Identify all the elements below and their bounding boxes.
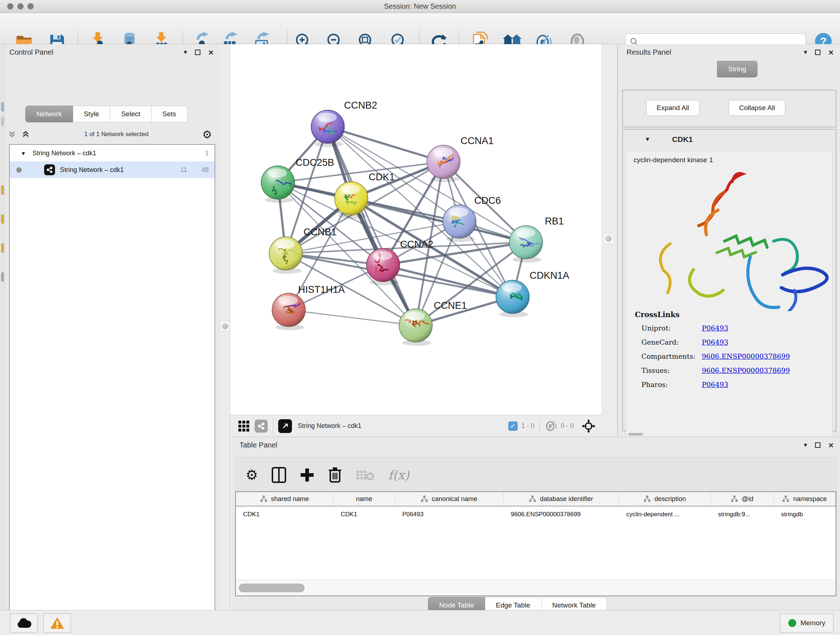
control-panel: Control Panel ▾ × NetworkStyleSelectSets… <box>0 44 220 610</box>
open-in-new-window-icon[interactable] <box>278 419 292 433</box>
gene-name: CDK1 <box>672 135 693 144</box>
node-label: CCNA2 <box>400 239 433 250</box>
add-column-icon[interactable] <box>300 468 314 482</box>
cloud-button[interactable] <box>10 614 38 632</box>
column-header-description[interactable]: description <box>619 492 711 506</box>
network-edge[interactable] <box>289 310 416 325</box>
delete-column-icon[interactable] <box>328 467 342 483</box>
memory-button[interactable]: Memory <box>780 614 834 632</box>
left-splitter[interactable] <box>220 44 230 610</box>
panel-float-icon[interactable] <box>815 442 821 448</box>
crosslink-label: Tissues: <box>635 366 702 374</box>
tab-sets[interactable]: Sets <box>152 106 187 122</box>
table-cell[interactable]: stringdb <box>774 511 836 518</box>
panel-float-icon[interactable] <box>815 50 821 55</box>
panel-menu-icon[interactable]: ▾ <box>184 48 187 56</box>
tab-style[interactable]: Style <box>73 106 111 122</box>
crosslink-link[interactable]: 9606.ENSP00000378699 <box>702 366 790 374</box>
panel-close-icon[interactable]: × <box>829 442 834 448</box>
network-share-icon[interactable] <box>255 420 268 432</box>
network-canvas[interactable]: CCNB2CCNA1CDC25BCDK1CDC6RB1CCNB1CCNA2CDK… <box>230 44 601 415</box>
table-cell[interactable]: P06493 <box>395 511 504 518</box>
table-settings-gear-icon[interactable]: ⚙ <box>246 467 258 483</box>
collection-label: String Network – cdk1 <box>33 149 96 157</box>
function-builder-icon[interactable]: f(x) <box>388 468 409 482</box>
table-cell[interactable]: CDK1 <box>333 511 395 518</box>
network-node-CCNA1[interactable]: CCNA1 <box>427 135 494 182</box>
collapse-all-button[interactable]: Collapse All <box>729 100 785 116</box>
column-header-name[interactable]: name <box>333 492 395 506</box>
panel-close-icon[interactable]: × <box>829 50 834 55</box>
network-node-HIST1H1A[interactable]: HIST1H1A <box>272 284 345 330</box>
column-header-namespace[interactable]: namespace <box>774 492 836 506</box>
show-columns-icon[interactable] <box>272 467 286 483</box>
network-edge[interactable] <box>328 127 416 325</box>
table-cell[interactable]: cyclin-dependent ... <box>619 511 711 518</box>
panel-close-icon[interactable]: × <box>208 50 213 55</box>
pan-crosshair-icon[interactable] <box>582 419 595 433</box>
edge-strip-mark <box>1 214 4 224</box>
tab-string[interactable]: String <box>717 61 758 78</box>
panel-menu-icon[interactable]: ▾ <box>804 441 807 449</box>
column-header-shared-name[interactable]: shared name <box>236 492 333 506</box>
window-edge-strip <box>0 44 5 610</box>
crosslink-link[interactable]: P06493 <box>702 324 728 332</box>
collection-expand-icon[interactable]: ▼ <box>21 150 26 157</box>
column-header-database-identifier[interactable]: database identifier <box>504 492 619 506</box>
hierarchy-icon <box>644 495 651 502</box>
node-label: HIST1H1A <box>298 284 345 295</box>
gene-section-header[interactable]: ▼ CDK1 <box>623 130 836 149</box>
column-label: canonical name <box>431 495 477 503</box>
expand-all-button[interactable]: Expand All <box>646 100 699 116</box>
gene-expand-icon[interactable]: ▼ <box>645 136 651 143</box>
tab-network[interactable]: Network <box>25 106 73 122</box>
column-header-@id[interactable]: @id <box>711 492 774 506</box>
warning-button[interactable] <box>43 614 71 632</box>
collapse-all-icon[interactable] <box>7 130 17 139</box>
node-label: CCNA1 <box>461 135 494 146</box>
table-cell[interactable]: stringdb:9... <box>711 511 774 518</box>
crosslink-link[interactable]: P06493 <box>702 380 728 388</box>
network-node-CCNE1[interactable]: CCNE1 <box>399 300 467 346</box>
network-list: ▼ String Network – cdk1 1 String Network… <box>9 144 215 635</box>
table-panel: Table Panel ▾ × ⚙ f(x) shared namenameca… <box>230 437 840 610</box>
network-node-CDKN1A[interactable]: CDKN1A <box>496 270 569 317</box>
right-splitter-handle[interactable] <box>604 234 613 243</box>
network-row[interactable]: String Network – cdk1 11 48 <box>10 162 215 178</box>
table-row[interactable]: CDK1CDK1P064939606.ENSP00000378699cyclin… <box>236 507 836 523</box>
table-cell[interactable]: 9606.ENSP00000378699 <box>504 511 619 518</box>
network-view-title: String Network – cdk1 <box>298 422 362 430</box>
network-node-RB1[interactable]: RB1 <box>509 216 564 263</box>
cloud-icon <box>16 618 32 629</box>
expand-all-icon[interactable] <box>21 130 30 139</box>
results-scrollbar-thumb[interactable] <box>628 433 643 435</box>
birds-eye-grid-icon[interactable] <box>238 420 249 432</box>
delete-table-icon[interactable] <box>355 469 374 481</box>
column-label: description <box>654 495 686 503</box>
network-node-CCNB2[interactable]: CCNB2 <box>311 100 377 147</box>
panel-menu-icon[interactable]: ▾ <box>804 48 807 56</box>
status-bar: Memory <box>0 610 840 635</box>
crosslink-link[interactable]: P06493 <box>702 338 728 346</box>
control-panel-header: Control Panel ▾ × <box>0 44 220 60</box>
network-type-icon <box>44 165 55 175</box>
column-label: database identifier <box>540 495 593 503</box>
network-view-toolbar: String Network – cdk1 ✓ 1 - 0 0 - 0 <box>230 415 601 437</box>
table-hscrollbar-thumb[interactable] <box>239 584 305 592</box>
tab-select[interactable]: Select <box>111 106 152 122</box>
selected-checkbox-icon[interactable]: ✓ <box>508 421 518 431</box>
column-header-canonical-name[interactable]: canonical name <box>395 492 504 506</box>
crosslink-label: Uniprot: <box>635 324 702 332</box>
memory-status-dot <box>788 619 796 627</box>
right-splitter[interactable] <box>601 44 617 437</box>
network-collection-row[interactable]: ▼ String Network – cdk1 1 <box>10 145 215 162</box>
node-label: CDK1 <box>369 172 395 182</box>
panel-float-icon[interactable] <box>195 50 201 55</box>
network-options-gear-icon[interactable]: ⚙ <box>202 128 212 141</box>
hidden-eye-icon[interactable] <box>545 421 557 432</box>
left-splitter-handle[interactable] <box>220 321 230 331</box>
hierarchy-icon <box>731 495 738 502</box>
network-edge[interactable] <box>328 127 444 162</box>
crosslink-link[interactable]: 9606.ENSP00000378699 <box>702 352 790 360</box>
table-cell[interactable]: CDK1 <box>236 511 333 518</box>
